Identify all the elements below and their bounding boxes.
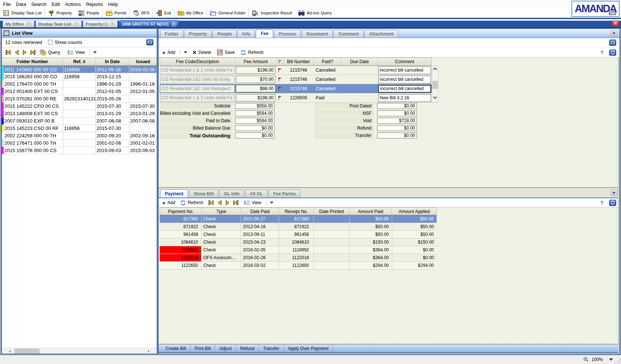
view-dropdown-button[interactable]: [93, 51, 97, 54]
menu-item[interactable]: Help: [105, 1, 121, 8]
tab-overflow-button[interactable]: [611, 30, 617, 36]
fee-description-field[interactable]: CO Residential 1&2 Unit Reinspect: [160, 85, 235, 93]
column-header[interactable]: Fee Code/Description: [160, 58, 235, 65]
payment-row[interactable]: 961458 Check 2013-09-11 961458 $50.00 $5…: [160, 231, 437, 238]
table-row[interactable]: 2015 145223 CSO 00 RF 116956 2015-07-30: [2, 125, 157, 132]
close-icon[interactable]: ×: [171, 22, 176, 27]
table-row[interactable]: 2015 145222 CFO 00 CS 2015-07-30 2015-07…: [2, 103, 157, 110]
menu-item[interactable]: File: [0, 1, 13, 8]
fee-add-button[interactable]: Add: [167, 50, 177, 55]
last-record-button[interactable]: [30, 49, 36, 55]
fee-description-field[interactable]: CO Residential 1 & 2 Units Initial Fe: [160, 94, 235, 102]
menu-item[interactable]: Actions: [62, 1, 84, 8]
property-button[interactable]: Property: [45, 8, 75, 17]
query-button[interactable]: Query: [48, 50, 62, 55]
first-record-button[interactable]: [5, 49, 11, 55]
detail-tab[interactable]: Fee: [256, 30, 273, 38]
view-button[interactable]: View: [75, 50, 86, 55]
previous-payment-button[interactable]: [216, 200, 223, 206]
window-tab[interactable]: Property [ ] ×: [83, 20, 118, 27]
payment-help-button[interactable]: ?: [601, 200, 603, 206]
table-row[interactable]: 2002 176471 000 00 TH 2001-02-06 2001-02…: [2, 140, 157, 147]
window-tab[interactable]: Display Task List ×: [35, 20, 82, 27]
scroll-left-icon[interactable]: ‹: [7, 348, 13, 354]
fee-amount-field[interactable]: $196.00: [236, 66, 275, 74]
close-icon[interactable]: ×: [74, 22, 79, 26]
detail-tab[interactable]: Property: [184, 30, 212, 38]
table-row[interactable]: 2011 142862 000 00 CO 116956 2011-05-18 …: [2, 66, 157, 73]
detail-tab[interactable]: Process: [274, 30, 301, 38]
collapse-panel-button[interactable]: [146, 39, 153, 45]
fee-comment-field[interactable]: incorrect bill cancelled: [378, 66, 431, 74]
close-icon[interactable]: ×: [27, 22, 31, 26]
zoom-dropdown-icon[interactable]: [609, 358, 613, 361]
column-header[interactable]: Paid?: [314, 58, 341, 65]
payment-tab[interactable]: Show Bill: [189, 190, 218, 198]
fee-amount-field[interactable]: $196.00: [236, 94, 275, 102]
menu-item[interactable]: Edit: [49, 1, 62, 8]
action-button[interactable]: Create Bill: [162, 345, 190, 352]
fee-updown-button[interactable]: [609, 49, 616, 56]
table-row[interactable]: 2002 176470 000 00 TH 1996-01-29 1996-01…: [2, 80, 157, 88]
payment-row[interactable]: 1122650 Check 2016-03-02 1122650 $294.00…: [160, 262, 437, 269]
zoom-control[interactable]: 100%: [583, 357, 613, 362]
payment-row[interactable]: 1064610 Check 2015-04-23 1064610 $150.00…: [160, 238, 437, 246]
column-header[interactable]: Payment No.: [160, 208, 202, 215]
payment-row[interactable]: 1118992 Check 2016-02-05 1118992 $364.00…: [160, 246, 437, 254]
menu-item[interactable]: Search: [28, 1, 49, 8]
show-counts-checkbox[interactable]: [48, 40, 53, 45]
fee-comment-field[interactable]: incorrect bill cancelled: [378, 76, 431, 83]
fee-delete-button[interactable]: Delete: [198, 50, 213, 55]
detail-tab[interactable]: Attachment: [364, 30, 398, 38]
table-row[interactable]: 2015 070261 000 00 RE 262923140131 2015-…: [2, 95, 157, 103]
column-header[interactable]: Amount Paid: [350, 208, 392, 215]
action-button[interactable]: Transfer: [259, 345, 284, 352]
column-header[interactable]: Amount Applied: [392, 208, 437, 215]
payment-row[interactable]: 871922 Check 2012-04-16 871922 $50.00 $5…: [160, 223, 437, 231]
horizontal-scrollbar[interactable]: ‹ ›: [2, 348, 157, 354]
table-row[interactable]: 2012 001400 EXT 00 CS 2012-01-05 2012-01…: [2, 88, 157, 95]
payment-tab[interactable]: Fee Parms: [268, 190, 301, 198]
fee-row[interactable]: CO Residential 1 & 2 Units Initial Fe $1…: [160, 93, 432, 103]
scroll-right-icon[interactable]: ›: [146, 348, 152, 354]
action-button[interactable]: Print Bill: [190, 345, 215, 352]
first-payment-button[interactable]: [208, 200, 214, 206]
payment-tab[interactable]: All GL: [245, 190, 268, 198]
fee-amount-field[interactable]: $98.00: [236, 85, 275, 92]
fee-row[interactable]: CO Residential 1&2 Units No Entry $70.00…: [160, 75, 432, 84]
rfs-button[interactable]: RFS: [129, 8, 152, 17]
payment-view-button[interactable]: View: [252, 200, 263, 205]
fee-flag-icon[interactable]: [276, 86, 283, 91]
flag-column-header[interactable]: [276, 58, 284, 65]
table-row[interactable]: 2015 186263 000 00 CO 116956 2015-12-15: [2, 73, 157, 80]
previous-record-button[interactable]: [13, 49, 20, 55]
inspection-result-button[interactable]: A Inspection Result: [249, 8, 295, 17]
close-icon[interactable]: ×: [110, 22, 115, 26]
menu-item[interactable]: Data: [13, 1, 28, 8]
view-dropdown-button[interactable]: [270, 202, 274, 204]
fee-amount-field[interactable]: $70.00: [236, 76, 275, 83]
fee-comment-field[interactable]: incorrect bill cancelled: [378, 85, 431, 93]
scroll-down-icon[interactable]: [433, 96, 437, 99]
table-row[interactable]: 2002 224258 000 00 TH 2002-09-20 2002-09…: [2, 132, 157, 140]
fee-flag-icon[interactable]: [276, 68, 283, 73]
detail-tab[interactable]: Document: [302, 30, 333, 38]
menu-item[interactable]: Reports: [84, 1, 106, 8]
detail-tab[interactable]: People: [213, 30, 237, 38]
action-button[interactable]: Apply Over Payment: [284, 345, 333, 352]
action-button[interactable]: Refund: [236, 345, 259, 352]
exit-button[interactable]: Exit: [153, 8, 174, 17]
table-row[interactable]: 2013 148008 EXT 00 CS 2013-01-29 2013-01…: [2, 110, 157, 117]
people-button[interactable]: People: [75, 8, 102, 17]
next-payment-button[interactable]: [224, 200, 231, 206]
payment-row[interactable]: 1122018 OFS Assessm... 2016-02-26 112201…: [160, 254, 437, 262]
column-header[interactable]: Folder Number: [2, 58, 63, 65]
payment-tab[interactable]: GL Info: [219, 190, 244, 198]
column-header[interactable]: In Date: [96, 58, 129, 65]
column-header[interactable]: Receipt No.: [279, 208, 314, 215]
column-header[interactable]: Due Date: [341, 58, 378, 65]
collapse-detail-button[interactable]: [609, 40, 616, 46]
scroll-up-icon[interactable]: [433, 67, 437, 71]
payment-tab-overflow-button[interactable]: [611, 190, 617, 196]
general-folder-button[interactable]: General Folder: [207, 8, 248, 17]
